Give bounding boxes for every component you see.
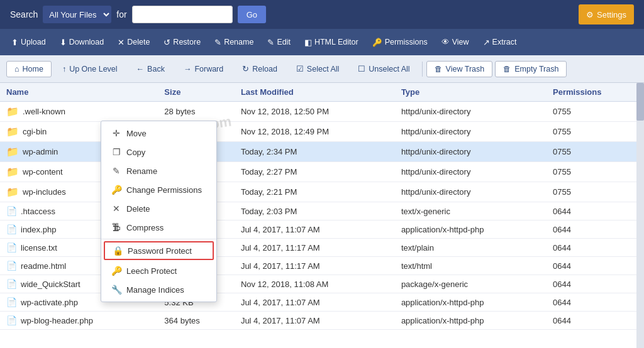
html-editor-button[interactable]: ◧ HTML Editor (298, 35, 365, 50)
file-type: httpd/unix-directory (395, 162, 547, 182)
context-copy[interactable]: ❐ Copy (101, 143, 216, 161)
search-label: Search (10, 9, 38, 19)
empty-trash-button[interactable]: 🗑 Empty Trash (495, 61, 567, 77)
file-type: httpd/unix-directory (395, 182, 547, 202)
select-all-icon: ☑ (296, 64, 304, 73)
file-type: application/x-httpd-php (395, 293, 547, 312)
scroll-thumb[interactable] (636, 83, 644, 121)
table-row[interactable]: 📄 wide_QuickStart 80.18 MB Nov 12, 2018,… (0, 275, 644, 293)
rename-button[interactable]: ✎ Rename (208, 35, 260, 50)
context-rename[interactable]: ✎ Rename (101, 161, 216, 180)
file-permissions: 0644 (547, 312, 644, 330)
file-icon: 📄 (6, 315, 17, 325)
scrollbar[interactable] (636, 83, 644, 348)
file-table: Name Size Last Modified Type Permissions… (0, 83, 644, 330)
file-permissions: 0755 (547, 102, 644, 122)
change-permissions-icon: 🔑 (111, 185, 121, 195)
context-manage-indices[interactable]: 🔧 Manage Indices (101, 280, 216, 299)
col-name[interactable]: Name (0, 83, 158, 102)
file-icon: 📄 (6, 297, 17, 307)
unselect-all-button[interactable]: ☐ Unselect All (350, 60, 418, 77)
context-move[interactable]: ✛ Move (101, 124, 216, 143)
context-compress[interactable]: 🗜 Compress (101, 218, 216, 237)
file-type: httpd/unix-directory (395, 142, 547, 162)
leech-icon: 🔑 (111, 266, 121, 276)
file-modified: Today, 2:27 PM (235, 162, 395, 182)
file-permissions: 0755 (547, 142, 644, 162)
context-password-protect[interactable]: 🔒 Password Protect (104, 241, 214, 260)
gear-icon: ⚙ (586, 10, 594, 19)
file-permissions: 0644 (547, 275, 644, 293)
extract-button[interactable]: ↗ Extract (477, 35, 523, 50)
reload-icon: ↻ (242, 64, 249, 73)
settings-button[interactable]: ⚙ Settings (579, 4, 634, 24)
restore-button[interactable]: ↺ Restore (157, 35, 207, 50)
view-icon: 👁 (441, 38, 450, 46)
col-size[interactable]: Size (158, 83, 235, 102)
file-modified: Nov 12, 2018, 12:49 PM (235, 122, 395, 142)
file-type: application/x-httpd-php (395, 312, 547, 330)
table-row[interactable]: 📄 wp-activate.php 5.32 KB Jul 4, 2017, 1… (0, 293, 644, 312)
select-all-button[interactable]: ☑ Select All (288, 60, 347, 77)
file-modified: Nov 12, 2018, 12:50 PM (235, 102, 395, 122)
download-button[interactable]: ⬇ Download (53, 35, 111, 50)
go-button[interactable]: Go (238, 6, 266, 23)
file-name-label: wp-activate.php (21, 298, 78, 307)
restore-icon: ↺ (164, 38, 170, 47)
table-row[interactable]: 📄 readme.html 14.03 KB Jul 4, 2017, 11:1… (0, 257, 644, 275)
file-modified: Today, 2:21 PM (235, 182, 395, 202)
back-button[interactable]: ← Back (128, 61, 173, 77)
reload-button[interactable]: ↻ Reload (234, 60, 286, 77)
up-one-level-button[interactable]: ↑ Up One Level (54, 61, 126, 77)
file-name-label: .htaccess (21, 207, 55, 216)
rename-menu-icon: ✎ (111, 166, 121, 176)
folder-icon: 📁 (6, 186, 19, 198)
table-row[interactable]: 📄 wp-blog-header.php 364 bytes Jul 4, 20… (0, 312, 644, 330)
table-row[interactable]: 📁 .well-known 28 bytes Nov 12, 2018, 12:… (0, 102, 644, 122)
file-name-label: .well-known (23, 107, 65, 116)
search-type-select[interactable]: All Your Files File Names File Contents (43, 6, 111, 23)
file-icon: 📄 (6, 224, 17, 234)
context-leech-protect[interactable]: 🔑 Leech Protect (101, 261, 216, 280)
file-modified: Jul 4, 2017, 11:17 AM (235, 257, 395, 275)
folder-icon: 📁 (6, 146, 19, 158)
table-row[interactable]: 📁 cgi-bin 6 bytes Nov 12, 2018, 12:49 PM… (0, 122, 644, 142)
edit-button[interactable]: ✎ Edit (261, 35, 297, 50)
context-change-permissions[interactable]: 🔑 Change Permissions (101, 180, 216, 199)
col-type[interactable]: Type (395, 83, 547, 102)
file-icon: 📄 (6, 279, 17, 289)
edit-icon: ✎ (267, 38, 274, 47)
view-button[interactable]: 👁 View (435, 35, 475, 49)
lock-icon: 🔒 (113, 246, 123, 256)
trash-icon: 🗑 (435, 65, 443, 73)
file-type: text/x-generic (395, 202, 547, 220)
col-modified[interactable]: Last Modified (235, 83, 395, 102)
delete-button[interactable]: ✕ Delete (111, 35, 156, 50)
view-trash-button[interactable]: 🗑 View Trash (426, 61, 493, 77)
home-button[interactable]: ⌂ Home (6, 61, 52, 77)
file-modified: Nov 12, 2018, 11:08 AM (235, 275, 395, 293)
file-name-label: wp-content (23, 167, 63, 177)
context-menu: ✛ Move ❐ Copy ✎ Rename 🔑 Change Permissi… (101, 121, 217, 302)
table-row[interactable]: 📄 .htaccess 401 bytes Today, 2:03 PM tex… (0, 202, 644, 220)
table-row[interactable]: 📁 wp-content 113 bytes Today, 2:27 PM ht… (0, 162, 644, 182)
table-row[interactable]: 📁 wp-admin 4 KB Today, 2:34 PM httpd/uni… (0, 142, 644, 162)
file-icon: 📄 (6, 261, 17, 271)
move-icon: ✛ (111, 128, 121, 138)
context-delete[interactable]: ✕ Delete (101, 199, 216, 218)
table-row[interactable]: 📁 wp-includes 8 KB Today, 2:21 PM httpd/… (0, 182, 644, 202)
folder-icon: 📁 (6, 166, 19, 178)
table-row[interactable]: 📄 index.php 418 bytes Jul 4, 2017, 11:07… (0, 220, 644, 239)
copy-icon: ❐ (111, 147, 121, 157)
search-input[interactable] (132, 6, 233, 23)
table-row[interactable]: 📄 license.txt 19.47 KB Jul 4, 2017, 11:1… (0, 239, 644, 257)
nav-bar: ⌂ Home ↑ Up One Level ← Back → Forward ↻… (0, 55, 644, 83)
col-permissions[interactable]: Permissions (547, 83, 644, 102)
file-name-label: wp-includes (23, 187, 66, 197)
file-icon: 📄 (6, 242, 17, 253)
delete-menu-icon: ✕ (111, 204, 121, 214)
upload-button[interactable]: ⬆ Upload (5, 35, 52, 50)
permissions-button[interactable]: 🔑 Permissions (366, 35, 434, 50)
forward-button[interactable]: → Forward (175, 61, 231, 77)
file-type: httpd/unix-directory (395, 122, 547, 142)
